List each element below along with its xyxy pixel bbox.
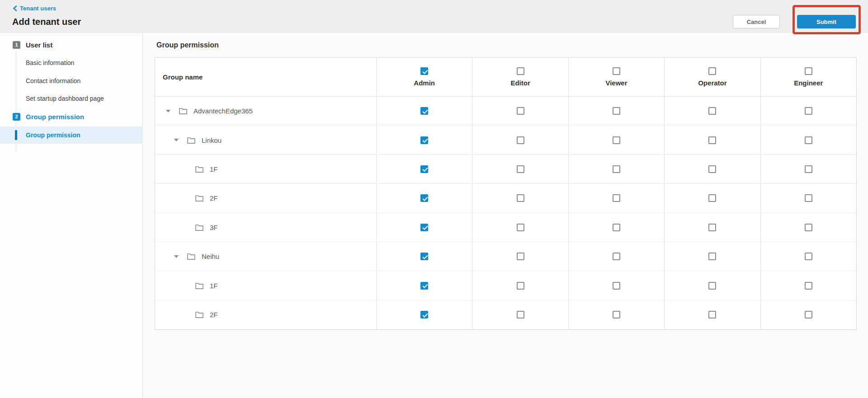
folder-icon: [195, 195, 203, 201]
column-header-editor: Editor: [472, 58, 568, 96]
sidebar-item-label[interactable]: Group permission: [26, 131, 80, 139]
expand-arrow-icon[interactable]: [172, 255, 180, 258]
folder-icon: [187, 137, 195, 144]
select-all-viewer-checkbox[interactable]: [613, 67, 620, 75]
permission-cell-editor: [472, 155, 568, 183]
permission-cell-admin: [376, 300, 472, 329]
sidebar-item-group-permission-selected[interactable]: Group permission: [0, 126, 143, 144]
editor-checkbox[interactable]: [517, 136, 524, 144]
breadcrumb-label[interactable]: Tenant users: [20, 5, 56, 12]
admin-checkbox[interactable]: [420, 224, 428, 231]
table-row: 3F: [155, 213, 856, 242]
operator-checkbox[interactable]: [708, 224, 716, 231]
viewer-checkbox[interactable]: [613, 224, 620, 231]
select-all-operator-checkbox[interactable]: [708, 67, 716, 75]
viewer-checkbox[interactable]: [613, 253, 620, 260]
select-all-editor-checkbox[interactable]: [517, 67, 524, 75]
admin-checkbox[interactable]: [420, 194, 428, 202]
column-label: Editor: [510, 79, 530, 87]
select-all-admin-checkbox[interactable]: [420, 67, 428, 75]
step-number-badge: 2: [13, 113, 20, 121]
submit-button[interactable]: Submit: [797, 15, 856, 28]
operator-checkbox[interactable]: [708, 165, 716, 173]
admin-checkbox[interactable]: [420, 165, 428, 173]
admin-checkbox[interactable]: [420, 107, 428, 115]
expand-arrow-icon[interactable]: [172, 139, 180, 141]
sidebar-item-label[interactable]: Set startup dashboard page: [26, 95, 104, 102]
engineer-checkbox[interactable]: [805, 282, 812, 290]
permission-cell-engineer: [760, 184, 856, 212]
group-tree-cell: Linkou: [155, 126, 376, 154]
engineer-checkbox[interactable]: [805, 136, 812, 144]
editor-checkbox[interactable]: [517, 253, 524, 260]
permission-cell-operator: [664, 155, 760, 183]
editor-checkbox[interactable]: [517, 224, 524, 231]
operator-checkbox[interactable]: [708, 107, 716, 115]
folder-icon: [195, 282, 203, 289]
engineer-checkbox[interactable]: [805, 253, 812, 260]
viewer-checkbox[interactable]: [613, 107, 620, 115]
permission-cell-operator: [664, 97, 760, 125]
expand-arrow-icon[interactable]: [164, 110, 172, 112]
permission-cell-editor: [472, 213, 568, 242]
permission-cell-admin: [376, 271, 472, 300]
viewer-checkbox[interactable]: [613, 136, 620, 144]
editor-checkbox[interactable]: [517, 165, 524, 173]
cancel-button[interactable]: Cancel: [733, 15, 780, 28]
sidebar-item-basic-information[interactable]: Basic information: [0, 57, 143, 69]
sidebar-item-contact-information[interactable]: Contact information: [0, 75, 143, 87]
main-panel: Group permission Group name Admin Editor…: [143, 33, 868, 398]
admin-checkbox[interactable]: [420, 136, 428, 144]
folder-icon: [179, 108, 187, 114]
editor-checkbox[interactable]: [517, 194, 524, 202]
sidebar-step-group-permission[interactable]: 2 Group permission: [0, 111, 143, 122]
select-all-engineer-checkbox[interactable]: [805, 67, 812, 75]
wizard-sidebar: 1 User list Basic information Contact in…: [0, 33, 143, 398]
operator-checkbox[interactable]: [708, 136, 716, 144]
editor-checkbox[interactable]: [517, 107, 524, 115]
viewer-checkbox[interactable]: [613, 165, 620, 173]
group-name: Neihu: [202, 253, 219, 260]
permission-cell-engineer: [760, 213, 856, 242]
back-chevron-icon: [13, 5, 17, 11]
column-header-admin: Admin: [376, 58, 472, 96]
table-row: 2F: [155, 184, 856, 213]
operator-checkbox[interactable]: [708, 194, 716, 202]
group-name: Linkou: [202, 136, 222, 144]
admin-checkbox[interactable]: [420, 282, 428, 290]
sidebar-item-label[interactable]: Basic information: [26, 59, 74, 66]
breadcrumb[interactable]: Tenant users: [13, 5, 56, 12]
sidebar-step-user-list[interactable]: 1 User list: [0, 39, 143, 51]
permission-cell-admin: [376, 213, 472, 242]
viewer-checkbox[interactable]: [613, 311, 620, 318]
viewer-checkbox[interactable]: [613, 194, 620, 202]
editor-checkbox[interactable]: [517, 311, 524, 318]
operator-checkbox[interactable]: [708, 311, 716, 318]
editor-checkbox[interactable]: [517, 282, 524, 290]
permission-cell-operator: [664, 271, 760, 300]
permission-cell-viewer: [568, 271, 664, 300]
step-label[interactable]: User list: [26, 41, 52, 49]
admin-checkbox[interactable]: [420, 311, 428, 318]
operator-checkbox[interactable]: [708, 282, 716, 290]
table-row: 1F: [155, 271, 856, 300]
permission-cell-editor: [472, 300, 568, 329]
folder-icon: [195, 311, 203, 318]
permission-cell-viewer: [568, 184, 664, 212]
group-name: 2F: [210, 194, 218, 202]
step-label[interactable]: Group permission: [26, 113, 84, 121]
active-item-indicator: [15, 130, 17, 140]
engineer-checkbox[interactable]: [805, 107, 812, 115]
sidebar-item-set-startup-dashboard-page[interactable]: Set startup dashboard page: [0, 93, 143, 104]
engineer-checkbox[interactable]: [805, 311, 812, 318]
group-tree-cell: 1F: [155, 271, 376, 300]
engineer-checkbox[interactable]: [805, 165, 812, 173]
engineer-checkbox[interactable]: [805, 194, 812, 202]
table-row: 2F: [155, 300, 856, 329]
operator-checkbox[interactable]: [708, 253, 716, 260]
permission-cell-viewer: [568, 242, 664, 271]
admin-checkbox[interactable]: [420, 253, 428, 260]
engineer-checkbox[interactable]: [805, 224, 812, 231]
sidebar-item-label[interactable]: Contact information: [26, 77, 80, 84]
viewer-checkbox[interactable]: [613, 282, 620, 290]
